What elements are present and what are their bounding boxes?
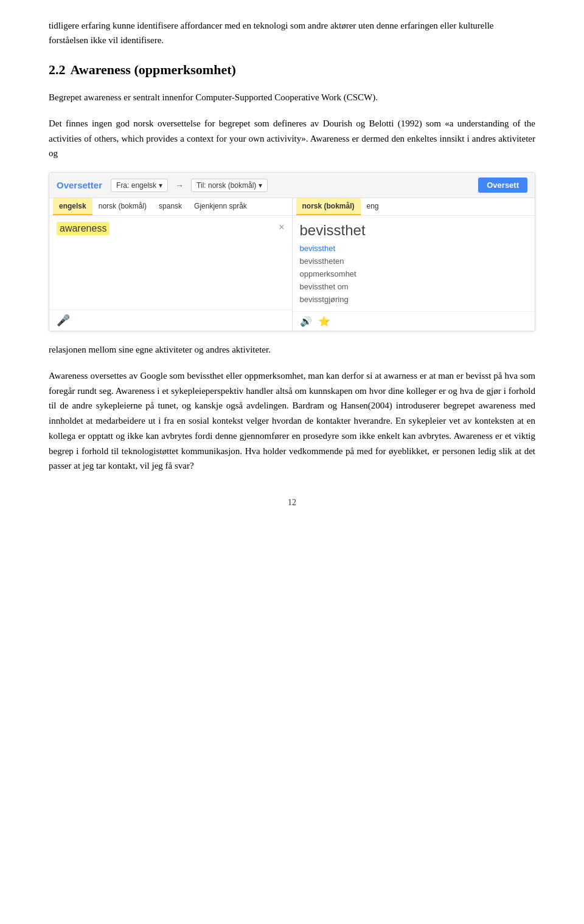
translate-button[interactable]: Oversett [478, 178, 527, 193]
to-lang-label: Til: norsk (bokmål) [196, 181, 256, 190]
paragraph-1: Begrepet awareness er sentralt innenfor … [49, 90, 535, 105]
translate-topbar: Oversetter Fra: engelsk ▾ → Til: norsk (… [49, 173, 535, 198]
right-tab-norsk[interactable]: norsk (bokmål) [296, 198, 361, 215]
input-word: awareness [57, 222, 109, 235]
direction-arrow: → [175, 181, 184, 190]
paragraph-3: relasjonen mellom sine egne aktiviteter … [49, 342, 535, 357]
left-bottom-icons: 🎤 [49, 309, 292, 331]
suggestion-5[interactable]: bevisstgjøring [300, 294, 528, 305]
right-bottom-icons: 🔊 ⭐ [293, 311, 535, 331]
right-tab-eng[interactable]: eng [361, 198, 385, 215]
right-lang-tabs: norsk (bokmål) eng [293, 198, 535, 216]
to-lang-arrow: ▾ [259, 181, 262, 190]
tab-norsk-bokmal[interactable]: norsk (bokmål) [92, 198, 153, 215]
suggestion-4[interactable]: bevissthet om [300, 281, 528, 292]
translate-logo: Oversetter [57, 180, 102, 190]
translate-screenshot: Oversetter Fra: engelsk ▾ → Til: norsk (… [49, 172, 535, 331]
section-number: 2.2 [49, 62, 66, 77]
left-lang-tabs: engelsk norsk (bokmål) spansk Gjenkjenn … [49, 198, 292, 216]
suggestion-1[interactable]: bevissthet [300, 243, 528, 254]
microphone-icon[interactable]: 🎤 [57, 314, 70, 327]
translate-left-panel: engelsk norsk (bokmål) spansk Gjenkjenn … [49, 198, 293, 331]
speaker-icon[interactable]: 🔊 [300, 315, 312, 327]
clear-button[interactable]: × [279, 222, 284, 233]
tab-spansk[interactable]: spansk [153, 198, 188, 215]
paragraph-4: Awareness oversettes av Google som bevis… [49, 368, 535, 474]
from-lang-arrow: ▾ [159, 181, 162, 190]
translate-input-area: awareness × [49, 216, 292, 309]
from-lang-label: Fra: engelsk [116, 181, 156, 190]
translate-suggestions-list: bevissthet bevisstheten oppmerksomhet be… [300, 243, 528, 305]
suggestion-2[interactable]: bevisstheten [300, 255, 528, 267]
section-title: Awareness (oppmerksomhet) [71, 62, 236, 77]
translate-output-area: bevissthet bevissthet bevisstheten oppme… [293, 216, 535, 311]
section-heading: 2.2Awareness (oppmerksomhet) [49, 62, 535, 78]
tab-gjenkjenn[interactable]: Gjenkjenn språk [188, 198, 253, 215]
page-number: 12 [49, 498, 535, 508]
tab-engelsk[interactable]: engelsk [53, 198, 92, 215]
output-main-word: bevissthet [300, 222, 528, 239]
to-lang-group[interactable]: Til: norsk (bokmål) ▾ [191, 179, 268, 192]
star-icon[interactable]: ⭐ [318, 315, 330, 327]
paragraph-2: Det finnes ingen god norsk oversettelse … [49, 116, 535, 161]
from-lang-group[interactable]: Fra: engelsk ▾ [111, 179, 168, 192]
translate-body: engelsk norsk (bokmål) spansk Gjenkjenn … [49, 198, 535, 331]
translate-right-panel: norsk (bokmål) eng bevissthet bevissthet… [293, 198, 535, 331]
intro-paragraph: tidligere erfaring kunne identifisere af… [49, 18, 535, 47]
suggestion-3[interactable]: oppmerksomhet [300, 268, 528, 280]
